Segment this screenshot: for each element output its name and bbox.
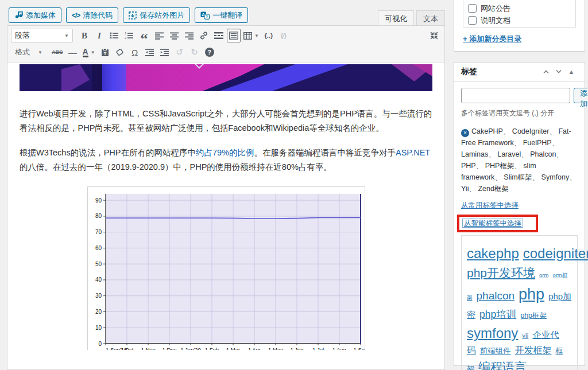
tags-panel-header[interactable]: 标签 ▲ [454, 63, 585, 81]
paragraph-2-text: 。在服务器端编程语言中将近竞争对手 [254, 148, 396, 157]
table-button[interactable]: ▼ [242, 29, 261, 42]
paragraph-2: 根据W3Techs的说法，PHP在所有的网站程序中约占79%的比例。在服务器端编… [20, 146, 432, 174]
translate-button[interactable]: A 文 一键翻译 [195, 7, 248, 23]
tag-cloud-item[interactable]: 开发框架 [515, 345, 552, 355]
new-tag-input[interactable] [461, 88, 570, 103]
chevron-down-icon: ▼ [64, 33, 69, 38]
tag-cloud-item[interactable]: 编程语言 [478, 360, 527, 370]
choose-smart-tags-link[interactable]: 从智能标签中选择 [462, 219, 523, 228]
indent-button[interactable] [158, 45, 172, 59]
paragraph-format-dropdown[interactable]: 段落 ▼ [11, 29, 73, 42]
collapse-panel-icon[interactable]: ▲ [565, 68, 578, 75]
paragraph-2-text: 的八倍。在过去的一年（2019.9-2020.9）中，PHP的使用份额维持在近8… [20, 162, 332, 172]
post-banner-image[interactable] [20, 64, 432, 91]
aspnet-link[interactable]: ASP.NET [396, 148, 430, 157]
insert-link-button[interactable] [197, 29, 211, 42]
outdent-icon [145, 48, 154, 56]
paragraph-format-value: 段落 [15, 30, 30, 41]
editor-content-area[interactable]: 进行Web项目开发，除了HTML，CSS和JavaScript之外，大部分人可能… [7, 63, 444, 350]
category-checklist: 网站公告 说明文档 [463, 0, 576, 28]
numbered-list-icon: 12 [125, 32, 134, 40]
svg-text:1 May: 1 May [268, 346, 283, 350]
svg-text:1 Aug: 1 Aug [332, 346, 346, 350]
tag-cloud-item[interactable]: 前端组件 [480, 346, 511, 355]
numbered-list-button[interactable]: 12 [122, 29, 136, 42]
clear-code-button[interactable]: </> 清除代码 [66, 7, 118, 23]
choose-common-tags-link[interactable]: 从常用标签中选择 [461, 201, 519, 211]
svg-text:1 Jul: 1 Jul [312, 346, 323, 350]
chevron-down-icon: ▼ [38, 50, 42, 55]
code-edit-button[interactable]: {⁄} [277, 29, 291, 42]
redo-button[interactable]: ↻ [188, 45, 202, 59]
svg-text:90: 90 [95, 197, 102, 204]
bold-button[interactable]: B [78, 29, 91, 42]
move-up-icon[interactable] [540, 69, 552, 74]
tag-cloud-item[interactable]: orm [539, 272, 548, 278]
share-ratio-link[interactable]: 约占79%的比例 [196, 148, 254, 157]
svg-text:1: 1 [125, 32, 126, 35]
read-more-button[interactable] [212, 29, 226, 42]
assigned-tags-text: CakePHP、 CodeIgniter、 Fat-Free Framework… [461, 127, 577, 193]
distraction-free-button[interactable] [427, 29, 441, 42]
tags-panel-title: 标签 [461, 67, 540, 77]
text-color-button[interactable]: A ▼ [81, 45, 97, 59]
chevron-down-icon: ▼ [254, 33, 259, 38]
align-center-button[interactable] [167, 29, 181, 42]
special-character-button[interactable]: Ω [128, 45, 142, 59]
read-more-icon [214, 32, 223, 40]
eraser-icon [115, 49, 124, 56]
tag-cloud-item[interactable]: php培训 [479, 309, 516, 320]
clear-formatting-button[interactable] [113, 45, 127, 59]
move-down-icon[interactable] [552, 69, 565, 74]
tag-cloud-item[interactable]: phalcon [477, 290, 515, 302]
outdent-button[interactable] [143, 45, 157, 59]
banner-shape [102, 64, 126, 91]
svg-text:40: 40 [95, 276, 102, 283]
toolbar-row-2: 格式 ▼ ABC — A ▼ T [11, 44, 441, 60]
add-category-link[interactable]: + 添加新分类目录 [463, 34, 521, 44]
tag-cloud-item[interactable]: symfony [467, 325, 518, 341]
tag-cloud-item[interactable]: php [519, 286, 544, 303]
translate-icon: A 文 [200, 11, 210, 20]
horizontal-rule-button[interactable]: — [66, 45, 80, 59]
strikethrough-button[interactable]: ABC [50, 45, 65, 59]
align-right-button[interactable] [182, 29, 196, 42]
save-external-images-icon [129, 11, 137, 20]
add-tag-button[interactable]: 添加 [574, 88, 588, 103]
tag-cloud-item[interactable]: cakephp [467, 246, 519, 261]
align-right-icon [185, 32, 194, 40]
toolbar-toggle-button[interactable] [227, 29, 241, 42]
tags-panel: 标签 ▲ 添加 多个标签请用英文逗号 (,) 分开 ×CakePHP、 Code… [454, 62, 585, 366]
bullet-list-button[interactable] [107, 29, 121, 42]
svg-text:1 Jun: 1 Jun [290, 346, 303, 350]
tab-text[interactable]: 文本 [416, 10, 445, 26]
code-sample-button[interactable]: {..} [262, 29, 276, 42]
keyboard-shortcuts-button[interactable]: ? [203, 45, 216, 59]
svg-text:50: 50 [95, 261, 102, 267]
svg-text:80: 80 [95, 213, 102, 219]
svg-text:2: 2 [125, 36, 126, 40]
add-media-button[interactable]: 添加媒体 [9, 7, 61, 23]
tag-cloud-item[interactable]: codeigniter [523, 246, 588, 261]
save-external-images-button[interactable]: 保存站外图片 [123, 7, 190, 23]
align-center-icon [170, 32, 179, 40]
right-sidebar: 网站公告 说明文档 + 添加新分类目录 标签 ▲ 添加 多个标签请用英文 [454, 0, 585, 366]
align-left-button[interactable] [152, 29, 166, 42]
category-item[interactable]: 网站公告 [468, 2, 575, 14]
tab-visual[interactable]: 可视化 [378, 10, 414, 26]
category-item[interactable]: 说明文档 [468, 14, 575, 26]
blockquote-button[interactable]: “ [137, 29, 151, 42]
checkbox-icon[interactable] [468, 16, 477, 25]
editor-toolbar: 段落 ▼ B I 12 “ [7, 26, 444, 63]
format-dropdown[interactable]: 格式 ▼ [11, 45, 47, 59]
svg-text:30: 30 [95, 293, 102, 299]
banner-shape [55, 64, 90, 91]
undo-button[interactable]: ↺ [173, 45, 187, 59]
paste-as-text-button[interactable]: T [98, 45, 112, 59]
italic-button[interactable]: I [92, 29, 106, 42]
checkbox-icon[interactable] [468, 4, 477, 13]
remove-tag-icon[interactable]: × [461, 129, 469, 137]
tag-cloud-item[interactable]: yii [522, 332, 528, 339]
tag-cloud: cakephpcodeignitermac php开发环境ormorm框架pha… [461, 235, 578, 370]
tag-cloud-item[interactable]: php框架 [520, 311, 547, 320]
